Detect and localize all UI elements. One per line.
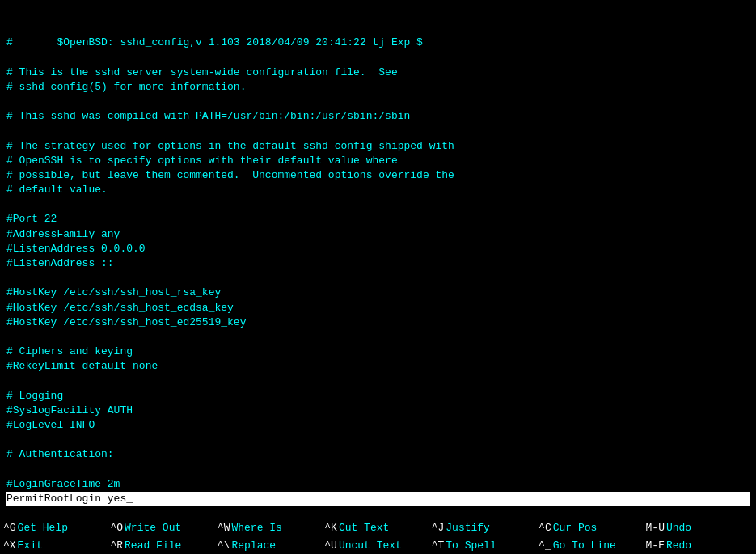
- shortcut-label: Get Help: [18, 522, 68, 534]
- editor-line: [6, 197, 750, 212]
- shortcut-label: Cut Text: [339, 522, 389, 534]
- editor-line: #HostKey /etc/ssh/ssh_host_ecdsa_key: [6, 301, 750, 315]
- editor-line: #RekeyLimit default none: [6, 359, 750, 374]
- shortcut-item[interactable]: ^R Read File: [110, 539, 217, 552]
- shortcut-item[interactable]: ^J Justify: [432, 522, 538, 534]
- shortcut-item[interactable]: ^T To Spell: [432, 539, 538, 552]
- editor-line: #ListenAddress 0.0.0.0: [6, 242, 750, 256]
- shortcut-key: ^\: [218, 539, 230, 552]
- shortcut-key: M-U: [646, 522, 665, 534]
- shortcut-item[interactable]: ^K Cut Text: [324, 522, 431, 534]
- shortcut-key: ^_: [538, 539, 551, 552]
- shortcut-key: M-E: [646, 539, 665, 552]
- shortcut-key: ^K: [324, 522, 337, 534]
- nano-editor: # $OpenBSD: sshd_config,v 1.103 2018/04/…: [0, 0, 756, 554]
- shortcut-row-2: ^X Exit^R Read File^\ Replace^U Uncut Te…: [0, 536, 756, 554]
- editor-line: [6, 330, 750, 345]
- editor-line: [6, 463, 750, 477]
- editor-line: [6, 21, 750, 36]
- editor-line: #LogLevel INFO: [6, 418, 750, 433]
- shortcut-key: ^X: [3, 539, 16, 552]
- shortcut-row-1: ^G Get Help^O Write Out^W Where Is^K Cut…: [0, 518, 756, 536]
- editor-line: # OpenSSH is to specify options with the…: [6, 154, 750, 168]
- editor-line: #HostKey /etc/ssh/ssh_host_ed25519_key: [6, 315, 750, 330]
- shortcut-key: ^C: [538, 522, 551, 534]
- editor-line: [6, 50, 750, 65]
- editor-line: #HostKey /etc/ssh/ssh_host_rsa_key: [6, 285, 750, 300]
- shortcut-label: Replace: [231, 539, 276, 552]
- shortcut-item[interactable]: ^\ Replace: [218, 539, 324, 552]
- shortcut-item[interactable]: ^G Get Help: [3, 522, 110, 534]
- editor-line: # possible, but leave them commented. Un…: [6, 168, 750, 183]
- editor-line: # default value.: [6, 183, 750, 197]
- editor-line: [6, 271, 750, 285]
- shortcut-item[interactable]: ^_ Go To Line: [538, 539, 645, 552]
- editor-line: # Authentication:: [6, 447, 750, 462]
- shortcut-item[interactable]: M-E Redo: [646, 539, 753, 552]
- editor-area[interactable]: # $OpenBSD: sshd_config,v 1.103 2018/04/…: [0, 18, 756, 518]
- shortcut-label: Uncut Text: [339, 539, 402, 552]
- shortcut-key: ^U: [324, 539, 337, 552]
- editor-line: # The strategy used for options in the d…: [6, 139, 750, 154]
- shortcut-label: Read File: [125, 539, 181, 552]
- shortcut-label: Write Out: [125, 522, 181, 534]
- title-bar: [0, 0, 756, 18]
- editor-line: #LoginGraceTime 2m: [6, 477, 750, 492]
- shortcut-item[interactable]: ^W Where Is: [218, 522, 324, 534]
- shortcut-key: ^J: [432, 522, 445, 534]
- editor-line: # This sshd was compiled with PATH=/usr/…: [6, 109, 750, 124]
- editor-line: [6, 124, 750, 138]
- shortcut-item[interactable]: ^O Write Out: [110, 522, 217, 534]
- shortcut-label: Undo: [666, 522, 691, 534]
- shortcut-label: To Spell: [446, 539, 496, 552]
- shortcut-key: ^T: [432, 539, 445, 552]
- shortcut-item[interactable]: ^X Exit: [3, 539, 110, 552]
- shortcut-label: Go To Line: [553, 539, 616, 552]
- editor-line: PermitRootLogin yes_: [6, 492, 750, 506]
- editor-line: # sshd_config(5) for more information.: [6, 80, 750, 95]
- editor-line: [6, 433, 750, 447]
- editor-line: #SyslogFacility AUTH: [6, 404, 750, 418]
- editor-line: #ListenAddress ::: [6, 256, 750, 271]
- shortcut-label: Justify: [446, 522, 490, 534]
- editor-line: # This is the sshd server system-wide co…: [6, 66, 750, 80]
- editor-line: # $OpenBSD: sshd_config,v 1.103 2018/04/…: [6, 36, 750, 50]
- shortcut-label: Where Is: [231, 522, 281, 534]
- shortcut-label: Redo: [666, 539, 691, 552]
- editor-line: [6, 374, 750, 389]
- shortcut-item[interactable]: ^C Cur Pos: [538, 522, 645, 534]
- editor-line: # Logging: [6, 389, 750, 404]
- shortcut-key: ^G: [3, 522, 16, 534]
- shortcut-label: Cur Pos: [553, 522, 598, 534]
- editor-line: # Ciphers and keying: [6, 345, 750, 359]
- shortcut-item[interactable]: M-U Undo: [646, 522, 753, 534]
- shortcut-bar: ^G Get Help^O Write Out^W Where Is^K Cut…: [0, 518, 756, 554]
- editor-line: [6, 95, 750, 109]
- shortcut-item[interactable]: ^U Uncut Text: [324, 539, 431, 552]
- editor-line: #AddressFamily any: [6, 227, 750, 242]
- shortcut-label: Exit: [18, 539, 43, 552]
- shortcut-key: ^W: [218, 522, 230, 534]
- editor-line: #Port 22: [6, 212, 750, 226]
- shortcut-key: ^R: [110, 539, 123, 552]
- shortcut-key: ^O: [110, 522, 123, 534]
